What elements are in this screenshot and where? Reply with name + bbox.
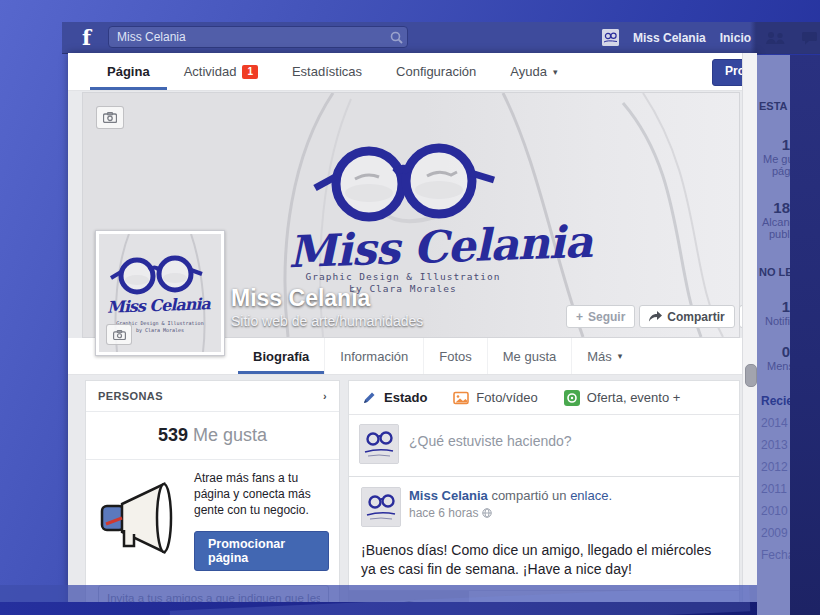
follow-button[interactable]: + Seguir (566, 305, 635, 328)
composer-tab-foto-label: Foto/vídeo (476, 390, 537, 405)
megaphone-icon (94, 470, 186, 571)
tab-megusta[interactable]: Me gusta (488, 338, 572, 374)
post-timestamp[interactable]: hace 6 horas (409, 505, 478, 521)
tab-fotos[interactable]: Fotos (424, 338, 488, 374)
tab-fotos-label: Fotos (439, 349, 472, 364)
likes-count-row: 539 Me gusta (86, 412, 339, 460)
tab-estadisticas[interactable]: Estadísticas (275, 53, 379, 90)
page-category: Sitio web de arte/humanidades (231, 313, 423, 329)
post-body-text: ¡Buenos días! Como dice un amigo, llegad… (349, 533, 739, 590)
composer-tabs: Estado Foto/vídeo Oferta, evento + (349, 381, 739, 415)
tab-pagina[interactable]: Página (90, 53, 167, 90)
right-dark-overlay (790, 55, 820, 615)
tab-mas-label: Más (587, 349, 612, 364)
navbar-profile-link[interactable]: Miss Celania (633, 31, 706, 45)
tab-biografia-label: Biografía (253, 349, 309, 364)
page-title: Miss Celania (231, 285, 370, 312)
globe-icon (482, 508, 492, 518)
update-cover-camera-button[interactable] (96, 106, 124, 129)
tab-megusta-label: Me gusta (503, 349, 556, 364)
tab-mas[interactable]: Más ▾ (572, 338, 637, 374)
composer-avatar (359, 424, 399, 464)
composer-tab-oferta-label: Oferta, evento + (587, 390, 681, 405)
share-button[interactable]: Compartir (639, 305, 734, 328)
composer-tab-foto[interactable]: Foto/vídeo (453, 381, 537, 414)
update-profile-photo-camera-button[interactable] (106, 324, 132, 345)
navbar-home-link[interactable]: Inicio (720, 31, 751, 45)
page-scrollbar-track[interactable] (742, 53, 757, 615)
composer-tab-oferta[interactable]: Oferta, evento + (564, 381, 681, 414)
tag-icon (564, 390, 580, 406)
tab-informacion[interactable]: Información (325, 338, 424, 374)
people-card: PERSONAS › 539 Me gusta Atrae má (85, 380, 340, 615)
profile-brand-script: Miss Celania (107, 294, 210, 317)
tab-ayuda-label: Ayuda (510, 64, 547, 79)
likes-label: Me gusta (188, 425, 267, 445)
search-icon (390, 31, 403, 44)
cover-credit-line1: Graphic Design & Illustration (283, 271, 523, 282)
tab-configuracion-label: Configuración (396, 64, 476, 79)
follow-button-label: Seguir (588, 310, 625, 324)
search-input[interactable] (108, 26, 408, 48)
promote-page-section: Atrae más fans a tu página y conecta más… (86, 460, 339, 583)
status-input[interactable]: ¿Qué estuviste haciendo? (409, 424, 572, 464)
tab-informacion-label: Información (340, 349, 408, 364)
caret-down-icon: ▾ (618, 351, 623, 361)
tab-ayuda[interactable]: Ayuda ▾ (493, 53, 574, 90)
tab-estadisticas-label: Estadísticas (292, 64, 362, 79)
tab-configuracion[interactable]: Configuración (379, 53, 493, 90)
likes-count: 539 (158, 425, 188, 445)
people-card-header[interactable]: PERSONAS › (86, 381, 339, 412)
facebook-logo-icon[interactable]: f (82, 25, 91, 50)
chevron-right-icon: › (323, 390, 327, 402)
post-avatar[interactable] (361, 487, 401, 527)
tab-actividad-label: Actividad (184, 64, 237, 79)
cover-brand-script: Miss Celania (287, 216, 592, 278)
share-button-label: Compartir (667, 310, 724, 324)
composer-tab-estado-label: Estado (384, 390, 427, 405)
tab-pagina-label: Página (107, 64, 150, 79)
page-scrollbar-thumb[interactable] (745, 364, 757, 387)
right-rail-overlay: ESTA S 1 Me gus pág 18 Alcanc public NO … (757, 55, 820, 615)
admin-bar: Página Actividad 1 Estadísticas Configur… (68, 53, 757, 91)
screenshot-stage: f Miss Celania Inicio Página (0, 0, 820, 615)
composer-tab-estado[interactable]: Estado (361, 381, 427, 414)
notification-badge: 1 (242, 65, 258, 79)
tab-biografia[interactable]: Biografía (238, 338, 325, 374)
plus-icon: + (576, 310, 583, 324)
caret-down-icon: ▾ (553, 67, 558, 77)
post-author-link[interactable]: Miss Celania (409, 488, 488, 503)
friend-requests-icon[interactable] (765, 31, 787, 45)
pencil-icon (361, 390, 377, 406)
facebook-page-window: Página Actividad 1 Estadísticas Configur… (68, 53, 757, 615)
post-enlace-link[interactable]: enlace. (570, 488, 612, 503)
profile-picture[interactable]: Miss Celania Graphic Design & Illustrati… (95, 230, 225, 356)
promote-page-button[interactable]: Promocionar página (194, 531, 329, 571)
facebook-navbar: f Miss Celania Inicio (62, 22, 820, 54)
tab-actividad[interactable]: Actividad 1 (167, 53, 275, 90)
photo-icon (453, 390, 469, 406)
messages-icon[interactable] (801, 31, 819, 45)
share-arrow-icon (649, 311, 662, 322)
people-header-label: PERSONAS (98, 390, 163, 402)
post-action-text: compartió un (488, 488, 570, 503)
composer-card: Estado Foto/vídeo Oferta, evento + (348, 380, 740, 477)
promo-text: Atrae más fans a tu página y conecta más… (194, 470, 329, 519)
navbar-avatar[interactable] (602, 29, 619, 46)
